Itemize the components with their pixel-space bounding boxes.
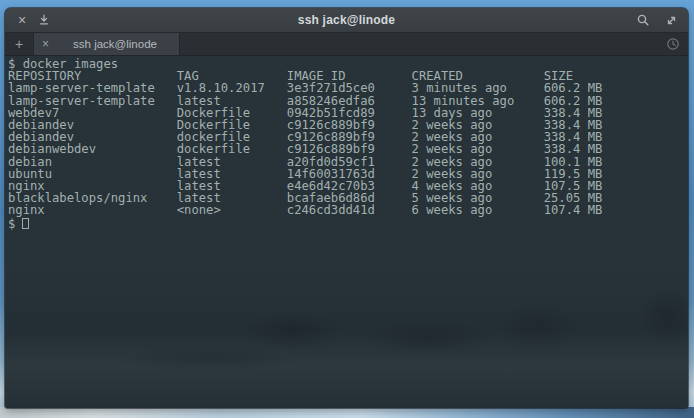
tab-close-icon[interactable]: × — [42, 38, 49, 50]
resize-icon — [665, 14, 678, 27]
fullscreen-button[interactable] — [660, 8, 682, 33]
desktop-wallpaper-bottom — [0, 407, 694, 418]
terminal-output: $ docker images REPOSITORY TAG IMAGE ID … — [8, 58, 688, 217]
prompt-symbol: $ — [8, 218, 15, 230]
popdown-icon — [38, 14, 50, 26]
search-button[interactable] — [632, 8, 654, 33]
close-icon: × — [18, 13, 26, 27]
clock-icon — [666, 37, 680, 51]
titlebar[interactable]: ssh jack@linode × — [5, 8, 688, 33]
terminal-view[interactable]: $ docker images REPOSITORY TAG IMAGE ID … — [5, 56, 688, 408]
close-window-button[interactable]: × — [11, 8, 33, 33]
window-title: ssh jack@linode — [5, 13, 688, 27]
popdown-button[interactable] — [33, 8, 55, 33]
tab-label: ssh jack@linode — [59, 38, 171, 50]
terminal-cursor — [22, 218, 29, 229]
plus-icon: + — [15, 36, 23, 52]
terminal-window: ssh jack@linode × — [5, 8, 688, 408]
tabbar-spacer — [180, 33, 658, 55]
tabbar: + × ssh jack@linode — [5, 33, 688, 56]
history-button[interactable] — [658, 33, 688, 55]
tab-ssh-session[interactable]: × ssh jack@linode — [34, 33, 180, 55]
prompt-line: $ — [8, 218, 688, 230]
new-tab-button[interactable]: + — [5, 33, 34, 55]
search-icon — [636, 13, 650, 27]
